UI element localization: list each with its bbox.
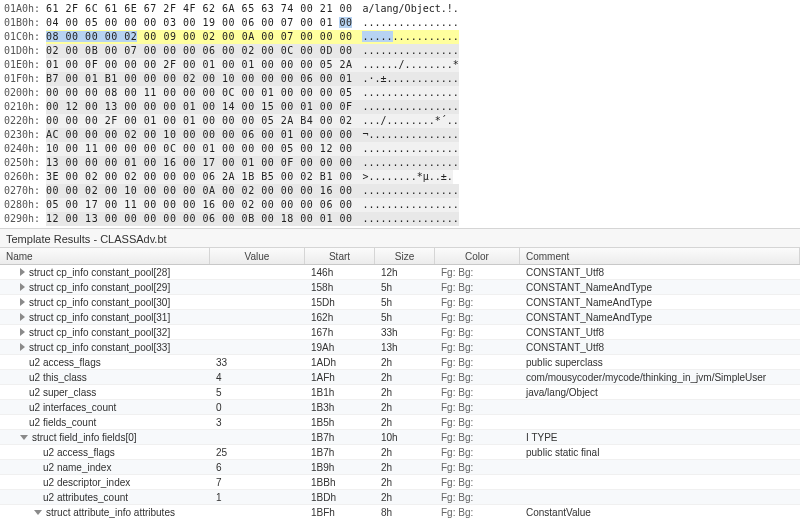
chevron-right-icon[interactable]: [20, 298, 25, 306]
hex-bytes[interactable]: 10 00 11 00 00 00 0C 00 01 00 00 00 05 0…: [46, 142, 352, 156]
cell-value[interactable]: [210, 310, 305, 324]
cell-value[interactable]: 4: [210, 370, 305, 384]
cell-name[interactable]: struct cp_info constant_pool[28]: [0, 265, 210, 279]
cell-name[interactable]: struct cp_info constant_pool[32]: [0, 325, 210, 339]
hex-ascii[interactable]: ................: [352, 44, 458, 58]
table-row[interactable]: struct cp_info constant_pool[33]19Ah13hF…: [0, 340, 800, 355]
hex-row[interactable]: 01D0h:02 00 0B 00 07 00 00 00 06 00 02 0…: [0, 44, 800, 58]
table-row[interactable]: u2 access_flags331ADh2hFg: Bg:public sup…: [0, 355, 800, 370]
col-header-color[interactable]: Color: [435, 248, 520, 264]
cell-value[interactable]: [210, 280, 305, 294]
hex-bytes[interactable]: 05 00 17 00 11 00 00 00 16 00 02 00 00 0…: [46, 198, 352, 212]
cell-name[interactable]: u2 descriptor_index: [0, 475, 210, 489]
hex-row[interactable]: 0240h:10 00 11 00 00 00 0C 00 01 00 00 0…: [0, 142, 800, 156]
hex-ascii[interactable]: .../........*´..: [352, 114, 458, 128]
table-row[interactable]: struct field_info fields[0]1B7h10hFg: Bg…: [0, 430, 800, 445]
hex-pane[interactable]: 01A0h:61 2F 6C 61 6E 67 2F 4F 62 6A 65 6…: [0, 0, 800, 228]
hex-row[interactable]: 01A0h:61 2F 6C 61 6E 67 2F 4F 62 6A 65 6…: [0, 2, 800, 16]
hex-ascii[interactable]: ................: [352, 16, 458, 30]
hex-row[interactable]: 0210h:00 12 00 13 00 00 00 01 00 14 00 1…: [0, 100, 800, 114]
hex-row[interactable]: 0270h:00 00 02 00 10 00 00 00 0A 00 02 0…: [0, 184, 800, 198]
hex-bytes[interactable]: 04 00 05 00 00 00 03 00 19 00 06 00 07 0…: [46, 16, 352, 30]
cell-name[interactable]: u2 interfaces_count: [0, 400, 210, 414]
table-row[interactable]: u2 fields_count31B5h2hFg: Bg:: [0, 415, 800, 430]
cell-value[interactable]: 5: [210, 385, 305, 399]
table-row[interactable]: struct cp_info constant_pool[32]167h33hF…: [0, 325, 800, 340]
cell-name[interactable]: u2 fields_count: [0, 415, 210, 429]
hex-row[interactable]: 0200h:00 00 00 08 00 11 00 00 00 0C 00 0…: [0, 86, 800, 100]
table-row[interactable]: struct cp_info constant_pool[31]162h5hFg…: [0, 310, 800, 325]
results-table[interactable]: struct cp_info constant_pool[28]146h12hF…: [0, 265, 800, 519]
hex-row[interactable]: 0280h:05 00 17 00 11 00 00 00 16 00 02 0…: [0, 198, 800, 212]
hex-ascii[interactable]: .·.±............: [352, 72, 458, 86]
table-row[interactable]: u2 access_flags251B7h2hFg: Bg:public sta…: [0, 445, 800, 460]
col-header-size[interactable]: Size: [375, 248, 435, 264]
hex-ascii[interactable]: ................: [352, 86, 458, 100]
table-row[interactable]: u2 interfaces_count01B3h2hFg: Bg:: [0, 400, 800, 415]
hex-ascii[interactable]: ................: [352, 30, 458, 44]
cell-value[interactable]: 7: [210, 475, 305, 489]
hex-bytes[interactable]: 00 00 02 00 10 00 00 00 0A 00 02 00 00 0…: [46, 184, 352, 198]
hex-bytes[interactable]: 3E 00 02 00 02 00 00 00 06 2A 1B B5 00 0…: [46, 170, 352, 184]
cell-name[interactable]: struct cp_info constant_pool[30]: [0, 295, 210, 309]
col-header-start[interactable]: Start: [305, 248, 375, 264]
hex-ascii[interactable]: ................: [352, 212, 458, 226]
hex-ascii[interactable]: ................: [352, 198, 458, 212]
cell-name[interactable]: u2 this_class: [0, 370, 210, 384]
cell-value[interactable]: [210, 505, 305, 519]
cell-name[interactable]: struct cp_info constant_pool[33]: [0, 340, 210, 354]
hex-bytes[interactable]: 08 00 00 00 02 00 09 00 02 00 0A 00 07 0…: [46, 30, 352, 44]
cell-value[interactable]: 1: [210, 490, 305, 504]
hex-ascii[interactable]: ¬...............: [352, 128, 458, 142]
hex-row[interactable]: 0220h:00 00 00 2F 00 01 00 01 00 00 00 0…: [0, 114, 800, 128]
hex-row[interactable]: 01B0h:04 00 05 00 00 00 03 00 19 00 06 0…: [0, 16, 800, 30]
hex-row[interactable]: 01F0h:B7 00 01 B1 00 00 00 02 00 10 00 0…: [0, 72, 800, 86]
cell-name[interactable]: u2 super_class: [0, 385, 210, 399]
chevron-down-icon[interactable]: [34, 510, 42, 515]
chevron-right-icon[interactable]: [20, 328, 25, 336]
cell-value[interactable]: [210, 265, 305, 279]
hex-ascii[interactable]: ................: [352, 100, 458, 114]
table-row[interactable]: struct cp_info constant_pool[30]15Dh5hFg…: [0, 295, 800, 310]
hex-bytes[interactable]: 00 12 00 13 00 00 00 01 00 14 00 15 00 0…: [46, 100, 352, 114]
hex-row[interactable]: 0230h:AC 00 00 00 02 00 10 00 00 00 06 0…: [0, 128, 800, 142]
cell-name[interactable]: u2 attributes_count: [0, 490, 210, 504]
cell-name[interactable]: struct attribute_info attributes: [0, 505, 210, 519]
table-row[interactable]: u2 this_class41AFh2hFg: Bg:com/mousycode…: [0, 370, 800, 385]
col-header-value[interactable]: Value: [210, 248, 305, 264]
chevron-right-icon[interactable]: [20, 313, 25, 321]
hex-ascii[interactable]: ....../........*: [352, 58, 458, 72]
cell-name[interactable]: u2 access_flags: [0, 445, 210, 459]
hex-row[interactable]: 01E0h:01 00 0F 00 00 00 2F 00 01 00 01 0…: [0, 58, 800, 72]
table-row[interactable]: u2 descriptor_index71BBh2hFg: Bg:: [0, 475, 800, 490]
cell-name[interactable]: u2 name_index: [0, 460, 210, 474]
cell-value[interactable]: 3: [210, 415, 305, 429]
chevron-down-icon[interactable]: [20, 435, 28, 440]
hex-bytes[interactable]: AC 00 00 00 02 00 10 00 00 00 06 00 01 0…: [46, 128, 352, 142]
hex-bytes[interactable]: 61 2F 6C 61 6E 67 2F 4F 62 6A 65 63 74 0…: [46, 2, 352, 16]
hex-ascii[interactable]: ................: [352, 142, 458, 156]
cell-name[interactable]: struct field_info fields[0]: [0, 430, 210, 444]
cell-value[interactable]: [210, 430, 305, 444]
hex-row[interactable]: 0290h:12 00 13 00 00 00 00 00 06 00 0B 0…: [0, 212, 800, 226]
hex-ascii[interactable]: ................: [352, 184, 458, 198]
cell-name[interactable]: u2 access_flags: [0, 355, 210, 369]
table-row[interactable]: u2 attributes_count11BDh2hFg: Bg:: [0, 490, 800, 505]
hex-row[interactable]: 01C0h:08 00 00 00 02 00 09 00 02 00 0A 0…: [0, 30, 800, 44]
hex-ascii[interactable]: >........*µ..±.: [352, 170, 452, 184]
cell-value[interactable]: 0: [210, 400, 305, 414]
hex-bytes[interactable]: 00 00 00 2F 00 01 00 01 00 00 00 05 2A B…: [46, 114, 352, 128]
hex-bytes[interactable]: B7 00 01 B1 00 00 00 02 00 10 00 00 00 0…: [46, 72, 352, 86]
hex-bytes[interactable]: 13 00 00 00 01 00 16 00 17 00 01 00 0F 0…: [46, 156, 352, 170]
table-row[interactable]: struct cp_info constant_pool[29]158h5hFg…: [0, 280, 800, 295]
cell-value[interactable]: [210, 295, 305, 309]
cell-value[interactable]: [210, 340, 305, 354]
cell-value[interactable]: 25: [210, 445, 305, 459]
hex-bytes[interactable]: 02 00 0B 00 07 00 00 00 06 00 02 00 0C 0…: [46, 44, 352, 58]
table-row[interactable]: struct attribute_info attributes1BFh8hFg…: [0, 505, 800, 519]
hex-bytes[interactable]: 00 00 00 08 00 11 00 00 00 0C 00 01 00 0…: [46, 86, 352, 100]
cell-value[interactable]: 33: [210, 355, 305, 369]
chevron-right-icon[interactable]: [20, 283, 25, 291]
cell-name[interactable]: struct cp_info constant_pool[29]: [0, 280, 210, 294]
hex-row[interactable]: 0250h:13 00 00 00 01 00 16 00 17 00 01 0…: [0, 156, 800, 170]
